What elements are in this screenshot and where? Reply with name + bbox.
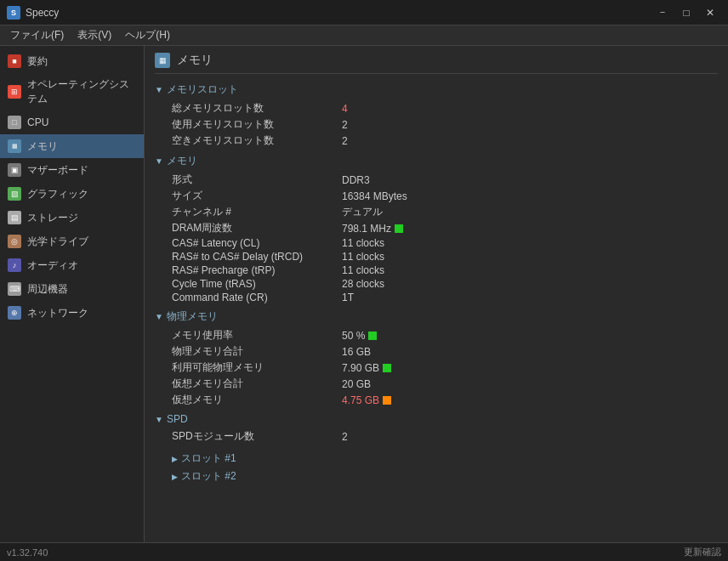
sidebar-label-audio: オーディオ	[27, 258, 78, 273]
prop-value-avail-physical: 7.90 GB	[342, 362, 391, 374]
sidebar-label-graphics: グラフィック	[27, 187, 88, 201]
titlebar: S Speccy － □ ✕	[0, 0, 728, 26]
section-title-memory: メモリ	[167, 154, 197, 168]
prop-name-total-physical: 物理メモリ合計	[172, 344, 342, 359]
prop-avail-physical: 利用可能物理メモリ 7.90 GB	[172, 360, 718, 376]
section-memory: ▼ メモリ 形式 DDR3 サイズ 16384 MBytes チャンネル # デ…	[155, 154, 718, 304]
memory-props: 形式 DDR3 サイズ 16384 MBytes チャンネル # デュアル DR…	[172, 172, 718, 304]
slot2-expand-icon: ▶	[172, 473, 178, 481]
prop-name-cr: Command Rate (CR)	[172, 292, 342, 303]
page-title: メモリ	[177, 53, 213, 68]
prop-value-dram-freq: 798.1 MHz	[342, 223, 403, 235]
section-title-physical: 物理メモリ	[167, 309, 218, 324]
section-physical-memory-header: ▼ 物理メモリ	[155, 309, 718, 324]
prop-name-tras: Cycle Time (tRAS)	[172, 278, 342, 290]
app-icon: S	[7, 6, 20, 20]
minimize-button[interactable]: －	[651, 4, 674, 21]
prop-name-type: 形式	[172, 173, 342, 187]
optical-icon: ◎	[7, 234, 22, 249]
close-button[interactable]: ✕	[699, 4, 721, 21]
prop-name-total-virtual: 仮想メモリ合計	[172, 377, 342, 391]
network-icon: ⊕	[7, 305, 22, 320]
spd-slot2-label: スロット #2	[181, 469, 236, 484]
collapse-icon-physical: ▼	[155, 312, 163, 321]
sidebar-item-peripheral[interactable]: ⌨ 周辺機器	[0, 277, 144, 301]
prop-cr: Command Rate (CR) 1T	[172, 291, 718, 304]
spd-slot2[interactable]: ▶ スロット #2	[172, 468, 718, 485]
sidebar-item-storage[interactable]: ▤ ストレージ	[0, 206, 144, 230]
prop-value-channel: デュアル	[342, 205, 383, 219]
prop-name-empty-slots: 空きメモリスロット数	[172, 133, 342, 148]
sidebar-item-memory[interactable]: ▦ メモリ	[0, 134, 144, 158]
sidebar-item-summary[interactable]: ■ 要約	[0, 49, 144, 73]
prop-cas: CAS# Latency (CL) 11 clocks	[172, 236, 718, 250]
titlebar-title: Speccy	[26, 7, 59, 19]
version-text: v1.32.740	[7, 547, 48, 558]
sidebar-item-graphics[interactable]: ▧ グラフィック	[0, 182, 144, 206]
physical-memory-props: メモリ使用率 50 % 物理メモリ合計 16 GB 利用可能物理メモリ 7.90…	[172, 327, 718, 408]
spd-slot1-label: スロット #1	[181, 451, 236, 466]
storage-icon: ▤	[7, 210, 22, 225]
prop-value-empty-slots: 2	[342, 135, 348, 147]
sidebar-item-optical[interactable]: ◎ 光学ドライブ	[0, 230, 144, 253]
prop-type: 形式 DDR3	[172, 172, 718, 188]
prop-name-trcd: RAS# to CAS# Delay (tRCD)	[172, 251, 342, 263]
sidebar-item-motherboard[interactable]: ▣ マザーボード	[0, 158, 144, 182]
section-memory-header: ▼ メモリ	[155, 154, 718, 168]
mem-usage-indicator	[368, 332, 377, 340]
prop-value-used-slots: 2	[342, 119, 348, 131]
menu-help[interactable]: ヘルプ(H)	[118, 26, 177, 44]
spd-slot1[interactable]: ▶ スロット #1	[172, 450, 718, 468]
section-title-slots: メモリスロット	[167, 82, 238, 97]
prop-value-size: 16384 MBytes	[342, 190, 407, 202]
prop-empty-slots: 空きメモリスロット数 2	[172, 133, 718, 149]
sidebar-item-network[interactable]: ⊕ ネットワーク	[0, 301, 144, 325]
update-button[interactable]: 更新確認	[684, 546, 721, 558]
prop-name-channel: チャンネル #	[172, 205, 342, 219]
prop-name-avail-physical: 利用可能物理メモリ	[172, 360, 342, 375]
prop-name-trp: RAS# Precharge (tRP)	[172, 264, 342, 276]
section-title-spd: SPD	[167, 413, 188, 425]
menubar: ファイル(F) 表示(V) ヘルプ(H)	[0, 26, 728, 46]
collapse-icon-spd: ▼	[155, 415, 163, 424]
memory-icon: ▦	[7, 139, 22, 154]
sidebar-label-summary: 要約	[27, 54, 48, 69]
prop-tras: Cycle Time (tRAS) 28 clocks	[172, 277, 718, 291]
menu-file[interactable]: ファイル(F)	[3, 26, 71, 44]
graphics-icon: ▧	[7, 186, 22, 201]
audio-icon: ♪	[7, 258, 22, 273]
virtual-indicator	[383, 396, 391, 405]
prop-value-type: DDR3	[342, 174, 370, 186]
sidebar-item-os[interactable]: ⊞ オペレーティングシステム	[0, 73, 144, 110]
prop-value-total-virtual: 20 GB	[342, 378, 371, 390]
prop-name-spd-modules: SPDモジュール数	[172, 429, 342, 444]
maximize-button[interactable]: □	[675, 4, 697, 21]
cpu-icon: □	[7, 115, 22, 130]
prop-mem-usage: メモリ使用率 50 %	[172, 327, 718, 343]
prop-size: サイズ 16384 MBytes	[172, 188, 718, 204]
prop-value-trp: 11 clocks	[342, 264, 384, 276]
prop-value-total-physical: 16 GB	[342, 346, 371, 358]
prop-value-virtual: 4.75 GB	[342, 394, 391, 406]
prop-name-mem-usage: メモリ使用率	[172, 328, 342, 343]
menu-view[interactable]: 表示(V)	[71, 26, 118, 44]
dram-freq-indicator	[395, 224, 403, 233]
section-spd: ▼ SPD SPDモジュール数 2 ▶ スロット #1 ▶ スロット #2	[155, 413, 718, 485]
prop-name-total-slots: 総メモリスロット数	[172, 101, 342, 116]
main-content: ■ 要約 ⊞ オペレーティングシステム □ CPU ▦ メモリ ▣	[0, 46, 728, 542]
sidebar-label-cpu: CPU	[27, 116, 48, 128]
prop-value-tras: 28 clocks	[342, 278, 384, 290]
content-area: ▦ メモリ ▼ メモリスロット 総メモリスロット数 4 使用メモリスロット数 2…	[145, 46, 728, 542]
sidebar-label-optical: 光学ドライブ	[27, 235, 88, 249]
prop-name-size: サイズ	[172, 189, 342, 203]
prop-value-mem-usage: 50 %	[342, 330, 377, 342]
prop-value-trcd: 11 clocks	[342, 251, 384, 263]
sidebar-label-peripheral: 周辺機器	[27, 282, 68, 297]
sidebar-item-cpu[interactable]: □ CPU	[0, 110, 144, 134]
prop-name-cas: CAS# Latency (CL)	[172, 237, 342, 249]
sidebar-item-audio[interactable]: ♪ オーディオ	[0, 253, 144, 277]
prop-trcd: RAS# to CAS# Delay (tRCD) 11 clocks	[172, 250, 718, 264]
prop-name-used-slots: 使用メモリスロット数	[172, 117, 342, 132]
peripheral-icon: ⌨	[7, 281, 22, 297]
prop-total-physical: 物理メモリ合計 16 GB	[172, 343, 718, 360]
